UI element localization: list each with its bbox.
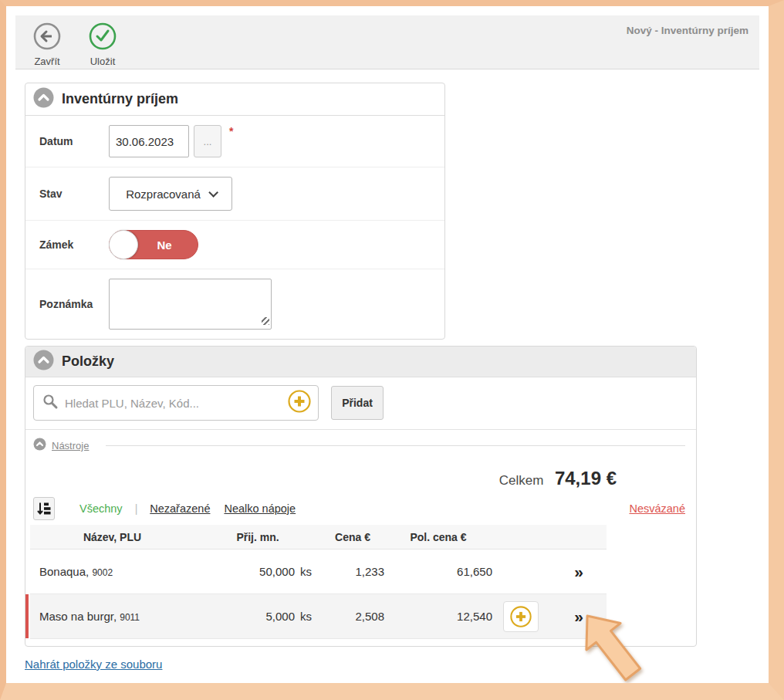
items-title: Položky xyxy=(62,353,114,370)
status-select[interactable]: Rozpracovaná xyxy=(109,177,232,211)
toggle-knob xyxy=(109,230,138,259)
form-panel-header: Inventúrny príjem xyxy=(25,83,444,116)
date-picker-button[interactable]: ... xyxy=(194,125,221,157)
save-button[interactable]: Uložit xyxy=(88,22,117,67)
item-total: 12,540 xyxy=(384,610,492,623)
add-plus-icon[interactable] xyxy=(287,389,312,417)
poznamka-label: Poznámka xyxy=(33,298,109,310)
field-row-poznamka: Poznámka xyxy=(25,269,444,339)
search-row: Přidat xyxy=(25,377,696,429)
items-table: Název, PLU Přij. mn. Cena € Pol. cena € … xyxy=(30,525,607,639)
table-row[interactable]: Maso na burgr, 9011 5,000 ks 2,508 12,54… xyxy=(30,594,607,639)
zamek-label: Zámek xyxy=(33,238,109,251)
tools-row: Nástroje xyxy=(25,430,696,457)
detail-chevrons-icon[interactable]: » xyxy=(574,563,582,580)
note-textarea[interactable] xyxy=(109,279,272,330)
back-arrow-icon xyxy=(32,22,62,54)
page: Zavřít Uložit Nový - Inventúrny príjem I… xyxy=(6,6,769,683)
detail-chevrons-icon[interactable]: » xyxy=(574,607,582,625)
item-unit: ks xyxy=(295,565,321,578)
status-select-value: Rozpracovaná xyxy=(126,188,201,201)
field-row-zamek: Zámek Ne xyxy=(25,221,444,269)
toolbar: Zavřít Uložit Nový - Inventúrny príjem xyxy=(15,15,759,69)
date-input[interactable] xyxy=(109,125,189,157)
total-value: 74,19 € xyxy=(555,468,617,489)
col-header-nazev: Název, PLU xyxy=(30,531,194,543)
item-qty: 50,000 xyxy=(194,565,295,578)
name-plu-separator: , xyxy=(113,610,120,623)
upload-items-link[interactable]: Nahrát položky ze souboru xyxy=(25,658,162,671)
save-button-label: Uložit xyxy=(90,56,116,67)
filter-row: Všechny | Nezařazené Nealko nápoje Nesvá… xyxy=(25,494,696,525)
required-asterisk: * xyxy=(229,125,233,137)
datum-label: Datum xyxy=(33,135,109,147)
col-header-pol-cena: Pol. cena € xyxy=(384,531,492,543)
search-input[interactable] xyxy=(65,397,287,410)
form-panel: Inventúrny príjem Datum ... * Stav Rozpr… xyxy=(25,83,445,340)
stav-label: Stav xyxy=(33,188,109,200)
sort-button[interactable] xyxy=(33,497,55,520)
collapse-chevron-icon[interactable] xyxy=(33,87,54,111)
col-header-cena: Cena € xyxy=(321,531,384,543)
item-unit: ks xyxy=(295,610,321,623)
items-panel: Položky Přidat xyxy=(25,346,697,647)
table-row[interactable]: Bonaqua, 9002 50,000 ks 1,233 61,650 » xyxy=(30,550,607,594)
field-row-stav: Stav Rozpracovaná xyxy=(25,167,444,221)
filter-nealko-napoje[interactable]: Nealko nápoje xyxy=(224,502,296,515)
col-header-prij-mn: Přij. mn. xyxy=(194,531,321,543)
item-name: Maso na burgr xyxy=(39,610,113,623)
item-total: 61,650 xyxy=(384,565,492,578)
items-panel-header: Položky xyxy=(25,347,696,377)
divider xyxy=(106,445,685,446)
row-add-button[interactable] xyxy=(503,601,539,632)
search-box xyxy=(33,385,319,421)
table-header-row: Název, PLU Přij. mn. Cena € Pol. cena € xyxy=(30,525,607,550)
filter-nezarazene[interactable]: Nezařazené xyxy=(150,502,210,515)
collapse-chevron-icon[interactable] xyxy=(33,350,54,374)
filter-vsechny[interactable]: Všechny xyxy=(79,502,123,515)
check-circle-icon xyxy=(88,22,117,54)
add-button[interactable]: Přidat xyxy=(331,386,384,420)
filter-separator: | xyxy=(135,502,138,515)
form-title: Inventúrny príjem xyxy=(62,91,178,107)
item-plu: 9011 xyxy=(120,612,140,623)
tools-collapse-icon[interactable] xyxy=(33,438,46,454)
window-title: Nový - Inventúrny príjem xyxy=(627,25,749,36)
close-button-label: Zavřít xyxy=(34,56,59,67)
item-plu: 9002 xyxy=(92,567,113,578)
unbound-link[interactable]: Nesvázané xyxy=(629,502,685,515)
item-price: 1,233 xyxy=(321,565,384,578)
item-price: 2,508 xyxy=(321,610,384,623)
item-name: Bonaqua xyxy=(39,565,86,578)
chevron-down-icon xyxy=(208,188,218,198)
lock-toggle[interactable]: Ne xyxy=(109,230,198,259)
tools-link[interactable]: Nástroje xyxy=(52,440,89,451)
total-label: Celkem xyxy=(499,473,544,488)
total-row: Celkem 74,19 € xyxy=(25,457,617,494)
close-button[interactable]: Zavřít xyxy=(32,22,62,67)
item-qty: 5,000 xyxy=(194,610,295,623)
search-icon xyxy=(42,393,59,413)
field-row-datum: Datum ... * xyxy=(25,116,444,167)
